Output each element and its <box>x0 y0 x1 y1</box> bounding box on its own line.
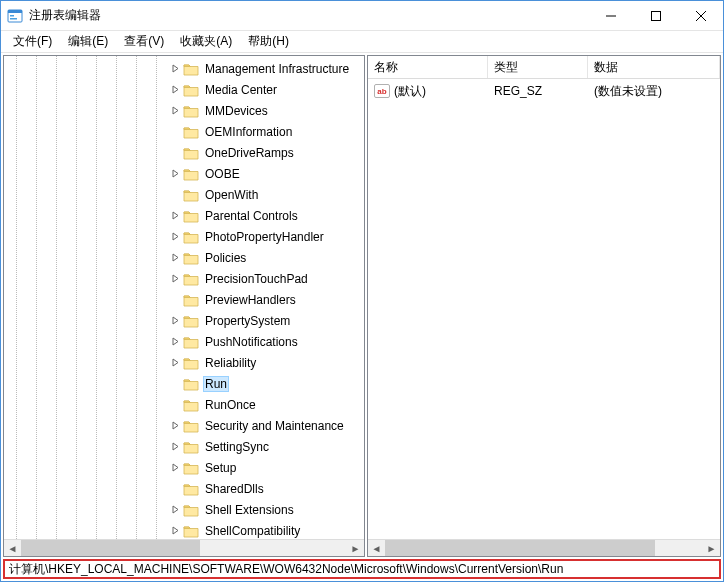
expand-icon[interactable] <box>169 84 181 96</box>
scroll-right-icon[interactable]: ► <box>703 540 720 556</box>
expand-icon[interactable] <box>169 441 181 453</box>
folder-icon <box>183 419 199 433</box>
cell-name: ab(默认) <box>368 83 488 100</box>
menu-edit[interactable]: 编辑(E) <box>60 31 116 52</box>
folder-icon <box>183 440 199 454</box>
tree-item[interactable]: Parental Controls <box>4 205 364 226</box>
expand-icon[interactable] <box>169 462 181 474</box>
list-row[interactable]: ab(默认)REG_SZ(数值未设置) <box>368 81 720 101</box>
tree-item-label: Setup <box>203 460 238 476</box>
expand-placeholder <box>169 378 181 390</box>
expand-icon[interactable] <box>169 525 181 537</box>
tree-item[interactable]: OneDriveRamps <box>4 142 364 163</box>
col-data[interactable]: 数据 <box>588 56 720 78</box>
tree-item-label: OOBE <box>203 166 242 182</box>
tree-item[interactable]: Setup <box>4 457 364 478</box>
menu-favorites[interactable]: 收藏夹(A) <box>172 31 240 52</box>
expand-icon[interactable] <box>169 231 181 243</box>
tree-item[interactable]: OpenWith <box>4 184 364 205</box>
scroll-left-icon[interactable]: ◄ <box>368 540 385 556</box>
tree-item[interactable]: Media Center <box>4 79 364 100</box>
scroll-left-icon[interactable]: ◄ <box>4 540 21 556</box>
expand-icon[interactable] <box>169 504 181 516</box>
expand-icon[interactable] <box>169 273 181 285</box>
tree-item[interactable]: Policies <box>4 247 364 268</box>
list-body[interactable]: ab(默认)REG_SZ(数值未设置) <box>368 79 720 539</box>
folder-icon <box>183 167 199 181</box>
scroll-right-icon[interactable]: ► <box>347 540 364 556</box>
expand-icon[interactable] <box>169 315 181 327</box>
expand-placeholder <box>169 294 181 306</box>
maximize-button[interactable] <box>633 1 678 30</box>
tree-item[interactable]: MMDevices <box>4 100 364 121</box>
tree-item[interactable]: Shell Extensions <box>4 499 364 520</box>
folder-icon <box>183 377 199 391</box>
tree-view[interactable]: Management InfrastructureMedia CenterMMD… <box>4 56 364 539</box>
close-button[interactable] <box>678 1 723 30</box>
cell-type: REG_SZ <box>488 84 588 98</box>
app-icon <box>7 8 23 24</box>
folder-icon <box>183 314 199 328</box>
menu-view[interactable]: 查看(V) <box>116 31 172 52</box>
tree-item-label: PrecisionTouchPad <box>203 271 310 287</box>
tree-item-label: MMDevices <box>203 103 270 119</box>
scroll-track[interactable] <box>385 540 703 556</box>
expand-placeholder <box>169 483 181 495</box>
col-name[interactable]: 名称 <box>368 56 488 78</box>
expand-icon[interactable] <box>169 105 181 117</box>
tree-item[interactable]: OOBE <box>4 163 364 184</box>
tree-item[interactable]: RunOnce <box>4 394 364 415</box>
tree-item[interactable]: PhotoPropertyHandler <box>4 226 364 247</box>
expand-icon[interactable] <box>169 63 181 75</box>
tree-item[interactable]: Run <box>4 373 364 394</box>
folder-icon <box>183 503 199 517</box>
tree-item[interactable]: PropertySystem <box>4 310 364 331</box>
folder-icon <box>183 230 199 244</box>
scroll-track[interactable] <box>21 540 347 556</box>
folder-icon <box>183 209 199 223</box>
expand-icon[interactable] <box>169 336 181 348</box>
folder-icon <box>183 62 199 76</box>
menubar: 文件(F) 编辑(E) 查看(V) 收藏夹(A) 帮助(H) <box>1 31 723 53</box>
tree-item[interactable]: Management Infrastructure <box>4 58 364 79</box>
svg-text:ab: ab <box>377 87 386 96</box>
tree-item[interactable]: PushNotifications <box>4 331 364 352</box>
tree-item[interactable]: PreviewHandlers <box>4 289 364 310</box>
content-area: Management InfrastructureMedia CenterMMD… <box>1 53 723 559</box>
svg-rect-1 <box>8 10 22 13</box>
status-bar: 计算机\HKEY_LOCAL_MACHINE\SOFTWARE\WOW6432N… <box>3 559 721 579</box>
menu-file[interactable]: 文件(F) <box>5 31 60 52</box>
expand-icon[interactable] <box>169 210 181 222</box>
expand-icon[interactable] <box>169 420 181 432</box>
expand-placeholder <box>169 126 181 138</box>
col-type[interactable]: 类型 <box>488 56 588 78</box>
tree-item-label: PreviewHandlers <box>203 292 298 308</box>
folder-icon <box>183 482 199 496</box>
titlebar[interactable]: 注册表编辑器 <box>1 1 723 31</box>
window-controls <box>588 1 723 30</box>
folder-icon <box>183 188 199 202</box>
tree-item-label: OEMInformation <box>203 124 294 140</box>
list-header: 名称 类型 数据 <box>368 56 720 79</box>
tree-item[interactable]: SettingSync <box>4 436 364 457</box>
tree-pane: Management InfrastructureMedia CenterMMD… <box>3 55 365 557</box>
tree-item[interactable]: Reliability <box>4 352 364 373</box>
tree-item-label: Management Infrastructure <box>203 61 351 77</box>
expand-placeholder <box>169 399 181 411</box>
menu-help[interactable]: 帮助(H) <box>240 31 297 52</box>
expand-icon[interactable] <box>169 168 181 180</box>
tree-item[interactable]: PrecisionTouchPad <box>4 268 364 289</box>
tree-item[interactable]: ShellCompatibility <box>4 520 364 539</box>
tree-item-label: PropertySystem <box>203 313 292 329</box>
tree-item[interactable]: Security and Maintenance <box>4 415 364 436</box>
tree-item-label: PushNotifications <box>203 334 300 350</box>
tree-scrollbar-h[interactable]: ◄ ► <box>4 539 364 556</box>
list-scrollbar-h[interactable]: ◄ ► <box>368 539 720 556</box>
minimize-button[interactable] <box>588 1 633 30</box>
expand-icon[interactable] <box>169 252 181 264</box>
tree-item-label: RunOnce <box>203 397 258 413</box>
expand-placeholder <box>169 189 181 201</box>
expand-icon[interactable] <box>169 357 181 369</box>
tree-item[interactable]: OEMInformation <box>4 121 364 142</box>
tree-item[interactable]: SharedDlls <box>4 478 364 499</box>
